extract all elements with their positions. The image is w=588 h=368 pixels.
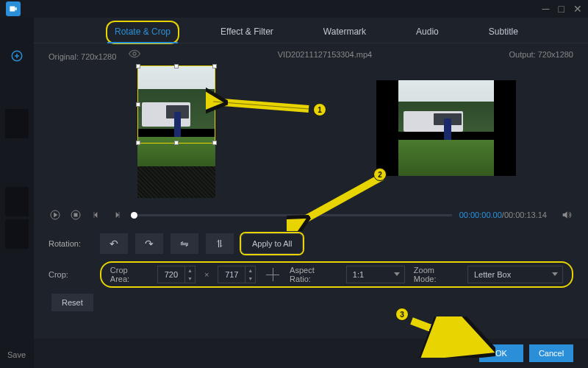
rotation-label: Rotation: — [49, 239, 93, 248]
aspect-ratio-label: Aspect Ratio: — [290, 266, 337, 283]
zoom-mode-label: Zoom Mode: — [414, 266, 459, 283]
zoom-mode-select[interactable]: Letter Box — [467, 266, 563, 283]
volume-button[interactable] — [560, 208, 573, 222]
flip-vertical-button[interactable]: ⥮ — [206, 233, 234, 254]
center-crop-button[interactable] — [265, 266, 281, 283]
main-panel: Rotate & Crop Effect & Filter Watermark … — [34, 18, 588, 368]
edit-controls: Rotation: ↶ ↷ ⇋ ⥮ Apply to All Crop: Cro… — [34, 226, 588, 320]
crop-row: Crop: Crop Area: ▲▼ × ▲▼ Aspect Ratio: 1… — [49, 261, 573, 288]
prev-frame-button[interactable] — [90, 208, 103, 222]
apply-to-all-button[interactable]: Apply to All — [241, 233, 303, 254]
crop-handle[interactable] — [174, 64, 179, 68]
svg-point-2 — [133, 52, 136, 55]
flip-horizontal-button[interactable]: ⇋ — [171, 233, 198, 254]
add-button[interactable] — [5, 44, 29, 68]
next-frame-button[interactable] — [110, 208, 123, 222]
tab-subtitle[interactable]: Subtitle — [481, 22, 526, 43]
crop-selection[interactable] — [137, 66, 215, 144]
maximize-button[interactable]: □ — [559, 3, 564, 15]
tab-watermark[interactable]: Watermark — [316, 22, 373, 43]
reset-button[interactable]: Reset — [51, 294, 93, 311]
crop-label: Crop: — [49, 270, 93, 279]
crop-width-field[interactable]: ▲▼ — [157, 266, 196, 283]
footer: OK Cancel — [34, 339, 588, 368]
svg-rect-5 — [74, 213, 77, 216]
sidebar-thumb[interactable] — [5, 187, 29, 216]
crop-handle[interactable] — [212, 141, 217, 145]
stop-button[interactable] — [69, 208, 82, 222]
output-dimensions: Output: 720x1280 — [509, 50, 573, 59]
sidebar-thumb[interactable] — [5, 219, 29, 249]
spinner-down-icon[interactable]: ▼ — [184, 275, 195, 283]
app-logo — [6, 1, 21, 16]
preview-output — [318, 66, 573, 202]
filename: VID20211127153304.mp4 — [140, 50, 509, 59]
seek-track[interactable] — [131, 214, 452, 216]
tab-audio[interactable]: Audio — [409, 22, 446, 43]
sidebar-thumb[interactable] — [5, 109, 29, 138]
spinner-down-icon[interactable]: ▼ — [245, 275, 255, 283]
crop-highlight-group: Crop Area: ▲▼ × ▲▼ Aspect Ratio: 1:1 Zoo… — [100, 261, 573, 288]
play-button[interactable] — [49, 208, 62, 222]
rotate-left-button[interactable]: ↶ — [100, 233, 128, 254]
spinner-up-icon[interactable]: ▲ — [184, 266, 195, 275]
cancel-button[interactable]: Cancel — [529, 344, 573, 362]
spinner-up-icon[interactable]: ▲ — [245, 266, 255, 275]
seek-knob[interactable] — [131, 212, 137, 219]
crop-handle[interactable] — [136, 102, 140, 107]
times-symbol: × — [204, 270, 209, 279]
output-video-frame — [376, 80, 516, 176]
minimize-button[interactable]: ─ — [542, 3, 550, 15]
ok-button[interactable]: OK — [479, 344, 523, 362]
original-dimensions: Original: 720x1280 — [49, 52, 116, 61]
save-label[interactable]: Save — [7, 350, 26, 359]
playback-bar: 00:00:00.00/00:00:13.14 — [34, 202, 588, 226]
crop-area-label: Crop Area: — [110, 266, 148, 283]
crop-height-input[interactable] — [218, 270, 245, 279]
aspect-ratio-select[interactable]: 1:1 — [346, 266, 405, 283]
crop-handle[interactable] — [136, 64, 140, 68]
crop-handle[interactable] — [136, 141, 140, 145]
rotation-row: Rotation: ↶ ↷ ⇋ ⥮ Apply to All — [49, 233, 573, 254]
preview-toggle-icon[interactable] — [129, 48, 140, 60]
title-bar: ─ □ ✕ — [0, 0, 588, 18]
tab-bar: Rotate & Crop Effect & Filter Watermark … — [34, 18, 588, 43]
crop-width-input[interactable] — [158, 270, 184, 279]
preview-area — [34, 66, 588, 202]
preview-original — [49, 66, 304, 202]
left-sidebar: Save — [0, 18, 34, 368]
crop-height-field[interactable]: ▲▼ — [218, 266, 256, 283]
rotate-right-button[interactable]: ↷ — [135, 233, 163, 254]
tab-effect-filter[interactable]: Effect & Filter — [213, 22, 281, 43]
crop-handle[interactable] — [174, 141, 179, 145]
crop-handle[interactable] — [212, 102, 217, 107]
timecode: 00:00:00.00/00:00:13.14 — [459, 210, 547, 219]
close-button[interactable]: ✕ — [573, 3, 582, 15]
crop-handle[interactable] — [212, 64, 217, 68]
svg-rect-0 — [10, 7, 15, 12]
info-row: Original: 720x1280 VID20211127153304.mp4… — [34, 43, 588, 66]
tab-rotate-crop[interactable]: Rotate & Crop — [107, 22, 178, 43]
